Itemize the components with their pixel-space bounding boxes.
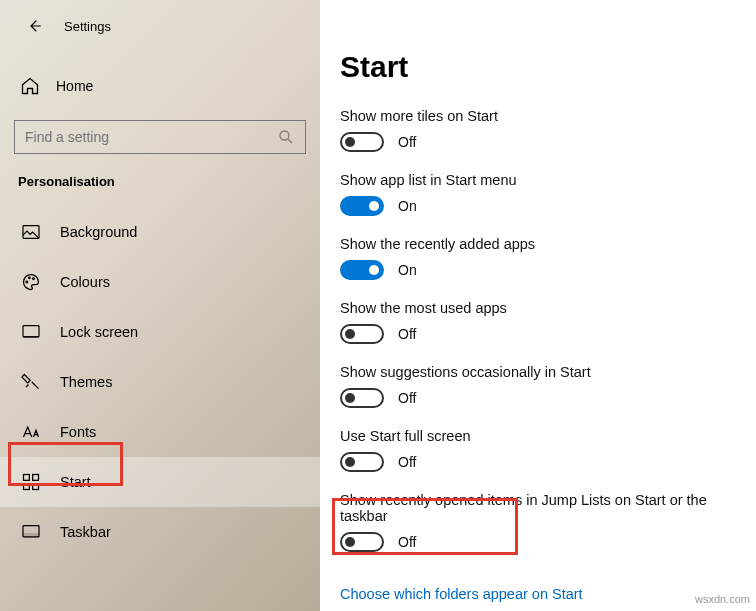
themes-icon: [20, 371, 42, 393]
setting-label: Use Start full screen: [340, 428, 756, 444]
toggle-state: Off: [398, 534, 416, 550]
home-label: Home: [56, 78, 93, 94]
nav-label: Colours: [60, 274, 110, 290]
nav-label: Background: [60, 224, 137, 240]
setting-label: Show the recently added apps: [340, 236, 756, 252]
svg-rect-9: [33, 484, 39, 490]
svg-rect-8: [24, 484, 30, 490]
sidebar-item-start[interactable]: Start: [0, 457, 320, 507]
start-icon: [20, 471, 42, 493]
sidebar-item-colours[interactable]: Colours: [0, 257, 320, 307]
toggle-state: On: [398, 198, 417, 214]
setting-full-screen: Use Start full screen Off: [340, 428, 756, 472]
svg-rect-11: [23, 534, 39, 537]
home-nav[interactable]: Home: [0, 66, 320, 106]
svg-point-4: [33, 278, 35, 280]
setting-recent-apps: Show the recently added apps On: [340, 236, 756, 280]
toggle-suggestions[interactable]: [340, 388, 384, 408]
watermark: wsxdn.com: [695, 593, 750, 605]
sidebar-item-taskbar[interactable]: Taskbar: [0, 507, 320, 557]
setting-suggestions: Show suggestions occasionally in Start O…: [340, 364, 756, 408]
section-label: Personalisation: [0, 168, 320, 203]
search-icon: [277, 128, 295, 146]
sidebar-item-lockscreen[interactable]: Lock screen: [0, 307, 320, 357]
top-bar: Settings: [0, 0, 320, 46]
setting-label: Show app list in Start menu: [340, 172, 756, 188]
setting-app-list: Show app list in Start menu On: [340, 172, 756, 216]
back-arrow-icon: [25, 17, 43, 35]
toggle-state: On: [398, 262, 417, 278]
sidebar-item-themes[interactable]: Themes: [0, 357, 320, 407]
nav-label: Taskbar: [60, 524, 111, 540]
back-button[interactable]: [22, 14, 46, 38]
search-box[interactable]: [14, 120, 306, 154]
nav-label: Lock screen: [60, 324, 138, 340]
nav-label: Themes: [60, 374, 112, 390]
fonts-icon: [20, 421, 42, 443]
toggle-full-screen[interactable]: [340, 452, 384, 472]
main-content: Start Show more tiles on Start Off Show …: [340, 0, 756, 611]
lock-screen-icon: [20, 321, 42, 343]
taskbar-icon: [20, 521, 42, 543]
search-input[interactable]: [25, 129, 277, 145]
toggle-more-tiles[interactable]: [340, 132, 384, 152]
setting-label: Show the most used apps: [340, 300, 756, 316]
setting-label: Show more tiles on Start: [340, 108, 756, 124]
setting-label: Show suggestions occasionally in Start: [340, 364, 756, 380]
toggle-state: Off: [398, 454, 416, 470]
page-title: Start: [340, 50, 756, 84]
setting-more-tiles: Show more tiles on Start Off: [340, 108, 756, 152]
setting-most-used: Show the most used apps Off: [340, 300, 756, 344]
app-title: Settings: [64, 19, 111, 34]
toggle-recent-apps[interactable]: [340, 260, 384, 280]
sidebar-item-background[interactable]: Background: [0, 207, 320, 257]
svg-rect-5: [23, 326, 39, 337]
toggle-state: Off: [398, 326, 416, 342]
sidebar: Settings Home Personalisation Background…: [0, 0, 320, 611]
svg-point-0: [280, 131, 289, 140]
svg-rect-6: [24, 475, 30, 481]
nav-label: Start: [60, 474, 91, 490]
sidebar-item-fonts[interactable]: Fonts: [0, 407, 320, 457]
folders-link[interactable]: Choose which folders appear on Start: [340, 586, 583, 602]
setting-label: Show recently opened items in Jump Lists…: [340, 492, 756, 524]
toggle-state: Off: [398, 390, 416, 406]
nav-label: Fonts: [60, 424, 96, 440]
picture-icon: [20, 221, 42, 243]
home-icon: [20, 76, 40, 96]
toggle-most-used[interactable]: [340, 324, 384, 344]
toggle-app-list[interactable]: [340, 196, 384, 216]
svg-rect-7: [33, 475, 39, 481]
toggle-state: Off: [398, 134, 416, 150]
toggle-jump-lists[interactable]: [340, 532, 384, 552]
palette-icon: [20, 271, 42, 293]
setting-jump-lists: Show recently opened items in Jump Lists…: [340, 492, 756, 552]
svg-point-3: [29, 277, 31, 279]
svg-point-2: [26, 281, 28, 283]
nav-list: Background Colours Lock screen Themes Fo…: [0, 203, 320, 557]
